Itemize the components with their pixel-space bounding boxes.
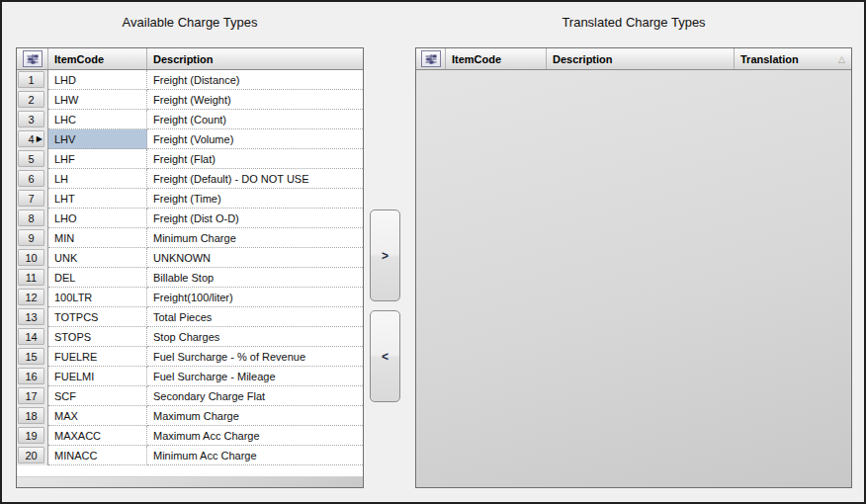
row-number-label: 6 xyxy=(18,170,44,187)
row-number-label: 20 xyxy=(18,447,44,463)
cell-description[interactable]: Total Pieces xyxy=(147,307,363,327)
cell-description[interactable]: Freight (Flat) xyxy=(147,149,363,169)
cell-itemcode[interactable]: FUELMI xyxy=(48,367,147,386)
cell-itemcode[interactable]: 100LTR xyxy=(48,288,147,307)
cell-description[interactable]: Billable Stop xyxy=(147,268,363,288)
cell-description[interactable]: Stop Charges xyxy=(147,327,363,347)
row-number-label: 1 xyxy=(18,71,44,88)
sort-ascending-icon: △ xyxy=(838,54,845,64)
available-corner-cell[interactable] xyxy=(17,48,48,69)
row-number-label: 2 xyxy=(18,91,44,108)
cell-itemcode[interactable]: SCF xyxy=(48,386,147,406)
row-number[interactable]: 13 xyxy=(17,307,48,327)
cell-description[interactable]: Freight (Time) xyxy=(147,189,363,209)
row-number[interactable]: 6 xyxy=(17,169,48,189)
row-number[interactable]: 16 xyxy=(17,367,48,386)
table-row: 12 100LTR Freight(100/liter) xyxy=(17,288,363,307)
translated-header-translation[interactable]: Translation △ xyxy=(735,48,851,69)
available-header-description[interactable]: Description xyxy=(147,48,363,69)
cell-description[interactable]: Fuel Surcharge - Mileage xyxy=(147,367,363,386)
row-number-label: 11 xyxy=(18,269,44,286)
cell-itemcode[interactable]: LHC xyxy=(48,110,147,129)
row-number[interactable]: 20 xyxy=(17,446,48,465)
table-row: 9 MIN Minimum Charge xyxy=(17,228,363,248)
cell-itemcode[interactable]: UNK xyxy=(48,248,147,268)
cell-itemcode[interactable]: LHO xyxy=(48,209,147,228)
cell-itemcode[interactable]: LHD xyxy=(48,70,147,90)
table-row: 18 MAX Maximum Charge xyxy=(17,406,363,426)
cell-description[interactable]: Freight (Volume) xyxy=(147,129,363,149)
cell-itemcode[interactable]: DEL xyxy=(48,268,147,288)
row-number-label: 12 xyxy=(18,289,44,305)
cell-description[interactable]: Freight (Distance) xyxy=(147,70,363,90)
grid-customize-icon[interactable] xyxy=(23,50,43,67)
cell-description[interactable]: Maximum Charge xyxy=(147,406,363,426)
table-row: 14 STOPS Stop Charges xyxy=(17,327,363,347)
row-number[interactable]: 9 xyxy=(17,228,48,248)
row-number-label: 13 xyxy=(18,308,44,325)
cell-itemcode[interactable]: LHW xyxy=(48,90,147,110)
table-row: 4 LHV Freight (Volume) xyxy=(17,129,363,149)
cell-description[interactable]: Freight(100/liter) xyxy=(147,288,363,307)
cell-description[interactable]: UNKNOWN xyxy=(147,248,363,268)
row-number[interactable]: 3 xyxy=(17,110,48,129)
table-row: 7 LHT Freight (Time) xyxy=(17,189,363,209)
cell-itemcode[interactable]: MINACC xyxy=(48,446,147,465)
translated-header-description[interactable]: Description xyxy=(547,48,735,69)
cell-itemcode[interactable]: LHV xyxy=(48,129,147,149)
cell-description[interactable]: Fuel Surcharge - % of Revenue xyxy=(147,347,363,367)
row-number-label: 10 xyxy=(18,249,44,266)
cell-itemcode[interactable]: LHF xyxy=(48,149,147,169)
row-number[interactable]: 17 xyxy=(17,386,48,406)
cell-description[interactable]: Secondary Charge Flat xyxy=(147,386,363,406)
cell-description[interactable]: Freight (Weight) xyxy=(147,90,363,110)
row-number[interactable]: 12 xyxy=(17,288,48,307)
row-number-label: 8 xyxy=(18,210,44,226)
cell-itemcode[interactable]: LH xyxy=(48,169,147,189)
cell-description[interactable]: Freight (Count) xyxy=(147,110,363,129)
cell-description[interactable]: Minimum Charge xyxy=(147,228,363,248)
row-number-label: 9 xyxy=(18,229,44,246)
cell-itemcode[interactable]: FUELRE xyxy=(48,347,147,367)
available-header-itemcode[interactable]: ItemCode xyxy=(48,48,147,69)
move-left-button[interactable]: < xyxy=(370,310,400,402)
row-number[interactable]: 7 xyxy=(17,189,48,209)
cell-description[interactable]: Minimum Acc Charge xyxy=(147,446,363,465)
row-number-label: 3 xyxy=(18,111,44,127)
cell-itemcode[interactable]: LHT xyxy=(48,189,147,209)
translated-header-translation-label: Translation xyxy=(740,53,799,65)
available-charge-types-grid: ItemCode Description 1 LHD Freight (Dist… xyxy=(16,47,364,488)
table-row: 2 LHW Freight (Weight) xyxy=(17,90,363,110)
cell-description[interactable]: Freight (Dist O-D) xyxy=(147,209,363,228)
move-right-button[interactable]: > xyxy=(370,210,400,301)
row-number[interactable]: 1 xyxy=(17,70,48,90)
table-row: 10 UNK UNKNOWN xyxy=(17,248,363,268)
table-row: 1 LHD Freight (Distance) xyxy=(17,70,363,90)
cell-itemcode[interactable]: MAXACC xyxy=(48,426,147,446)
row-number[interactable]: 5 xyxy=(17,149,48,169)
cell-itemcode[interactable]: MIN xyxy=(48,228,147,248)
row-number[interactable]: 11 xyxy=(17,268,48,288)
row-number[interactable]: 4 xyxy=(17,129,48,149)
cell-itemcode[interactable]: TOTPCS xyxy=(48,307,147,327)
row-number[interactable]: 2 xyxy=(17,90,48,110)
table-row: 13 TOTPCS Total Pieces xyxy=(17,307,363,327)
cell-itemcode[interactable]: MAX xyxy=(48,406,147,426)
row-number[interactable]: 18 xyxy=(17,406,48,426)
grid-customize-icon[interactable] xyxy=(421,50,441,67)
cell-description[interactable]: Freight (Default) - DO NOT USE xyxy=(147,169,363,189)
translated-header-itemcode[interactable]: ItemCode xyxy=(446,48,547,69)
cell-description[interactable]: Maximum Acc Charge xyxy=(147,426,363,446)
row-number-label: 15 xyxy=(18,348,44,365)
row-number-label: 7 xyxy=(18,190,44,207)
row-number[interactable]: 14 xyxy=(17,327,48,347)
row-number-label: 14 xyxy=(18,328,44,345)
row-number-label: 5 xyxy=(18,150,44,167)
charge-types-dialog: Available Charge Types Translated Charge… xyxy=(0,0,866,504)
cell-itemcode[interactable]: STOPS xyxy=(48,327,147,347)
row-number[interactable]: 8 xyxy=(17,209,48,228)
translated-corner-cell[interactable] xyxy=(416,48,446,69)
row-number[interactable]: 10 xyxy=(17,248,48,268)
row-number[interactable]: 15 xyxy=(17,347,48,367)
row-number[interactable]: 19 xyxy=(17,426,48,446)
